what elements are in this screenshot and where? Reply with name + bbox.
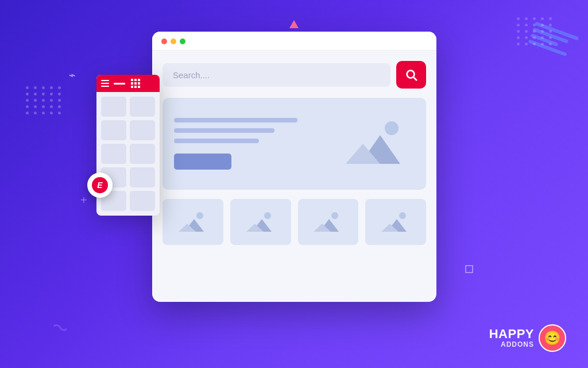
- image-thumb-3: [298, 199, 359, 245]
- dots-decoration-tr: [517, 17, 554, 45]
- stripes-decoration-tr: [528, 21, 579, 58]
- browser-titlebar: [152, 32, 436, 51]
- sidebar-block: [130, 97, 155, 117]
- sidebar-block: [130, 191, 155, 211]
- hero-text-line-2: [174, 128, 274, 133]
- wave-decoration: 〜: [48, 315, 71, 341]
- hamburger-icon: [101, 80, 109, 87]
- thumb-mountain-2: [243, 208, 278, 236]
- image-thumb-2: [230, 199, 291, 245]
- browser-window: Search....: [152, 32, 436, 302]
- dots-decoration-tl: [26, 86, 63, 114]
- svg-point-7: [196, 212, 203, 219]
- square-decoration: [465, 265, 473, 273]
- sidebar-row: [101, 97, 155, 117]
- svg-point-15: [331, 212, 338, 219]
- elementor-e-logo: E: [92, 177, 108, 193]
- sidebar-row: [101, 120, 155, 140]
- search-bar-container: Search....: [163, 61, 426, 89]
- elementor-badge: E: [87, 172, 113, 198]
- zigzag-decoration: ⌁: [68, 68, 76, 82]
- happy-addons-title-line2: ADDONS: [489, 340, 534, 348]
- hero-text-block: [174, 118, 328, 170]
- hero-cta-button[interactable]: [174, 154, 231, 170]
- sidebar-row: [101, 144, 155, 164]
- hero-text-line-3: [174, 139, 259, 143]
- sidebar-block: [130, 120, 155, 140]
- elementor-badge-label: E: [97, 181, 102, 190]
- browser-close-dot[interactable]: [161, 39, 167, 44]
- happy-addons-title-line1: HAPPY: [489, 328, 534, 340]
- grid-icon: [131, 79, 140, 88]
- sidebar-row: [101, 191, 155, 211]
- search-button[interactable]: [396, 61, 426, 89]
- browser-maximize-dot[interactable]: [180, 39, 185, 44]
- svg-point-11: [264, 212, 271, 219]
- search-input-wrapper[interactable]: Search....: [163, 63, 390, 87]
- sidebar-body: [96, 92, 160, 216]
- hero-image-placeholder: [340, 109, 415, 178]
- sidebar-block: [101, 97, 126, 117]
- mountain-illustration: [340, 112, 415, 175]
- hero-section: [163, 98, 426, 190]
- happy-addons-face-logo: 😊: [539, 324, 566, 352]
- image-thumb-4: [365, 199, 426, 245]
- svg-line-1: [413, 77, 416, 80]
- happy-face-emoji: 😊: [544, 330, 561, 346]
- thumb-mountain-1: [176, 208, 210, 236]
- arrow-decoration-top: [289, 20, 299, 28]
- svg-point-19: [399, 212, 406, 219]
- search-placeholder: Search....: [173, 70, 210, 80]
- thumb-mountain-4: [378, 208, 413, 236]
- image-grid: [163, 199, 426, 245]
- thumb-mountain-3: [311, 208, 345, 236]
- plus-decoration-bl: +: [80, 194, 87, 207]
- sidebar-block: [130, 167, 155, 187]
- search-icon: [405, 68, 417, 81]
- sidebar-header: [96, 75, 160, 92]
- sidebar-block: [101, 144, 126, 164]
- dash-icon: [114, 83, 125, 85]
- sidebar-block: [101, 120, 126, 140]
- sidebar-block: [130, 144, 155, 164]
- hero-text-line-1: [174, 118, 297, 122]
- browser-minimize-dot[interactable]: [171, 39, 176, 44]
- happy-addons-logo: HAPPY ADDONS 😊: [489, 324, 566, 352]
- image-thumb-1: [163, 199, 223, 245]
- happy-addons-text: HAPPY ADDONS: [489, 328, 534, 348]
- browser-content: Search....: [152, 51, 436, 255]
- svg-point-3: [385, 121, 399, 135]
